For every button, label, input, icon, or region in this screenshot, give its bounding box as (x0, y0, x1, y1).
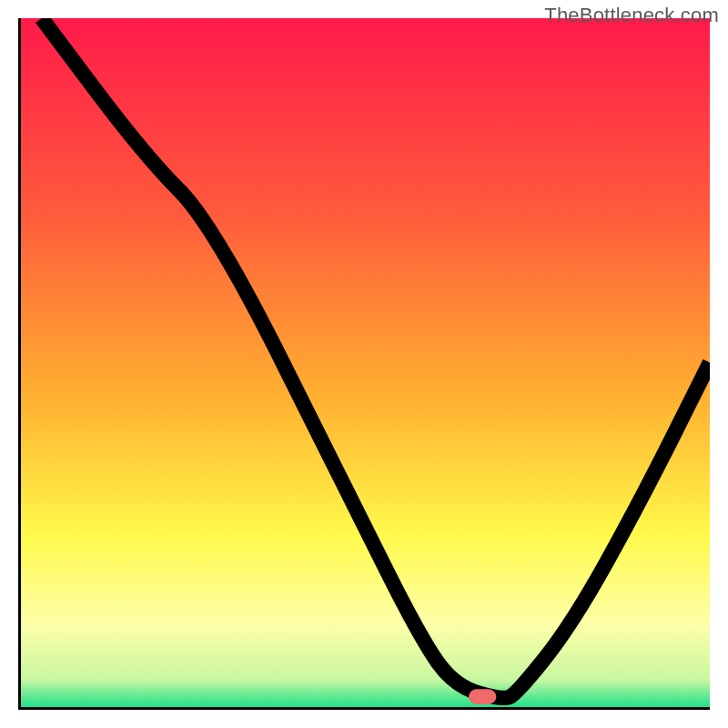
optimum-marker (469, 689, 496, 704)
bottleneck-curve (42, 18, 710, 698)
watermark-text: TheBottleneck.com (544, 4, 719, 27)
plot-svg (21, 18, 710, 707)
chart-frame: TheBottleneck.com (0, 0, 728, 728)
plot-axes (18, 18, 710, 710)
